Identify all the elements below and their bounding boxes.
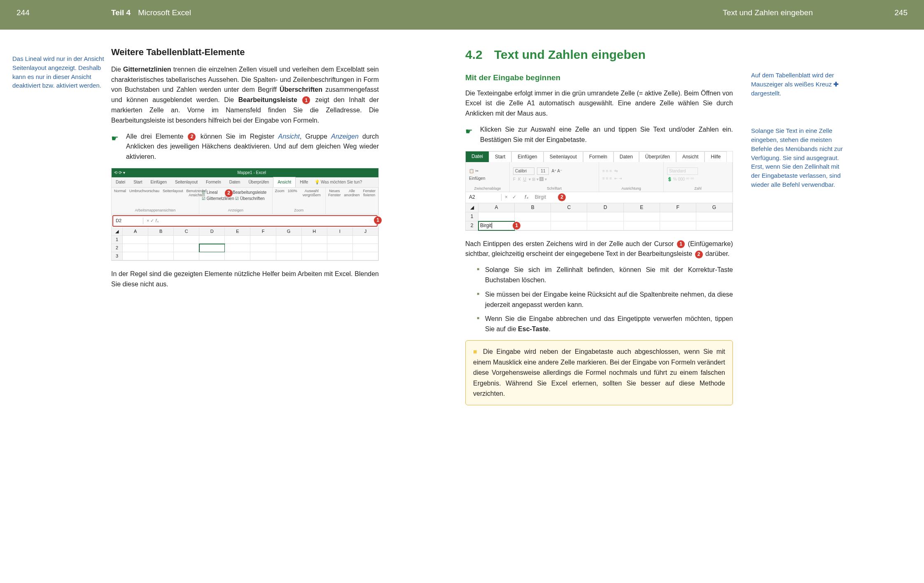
subheading: Weitere Tabellenblatt-Elemente (111, 46, 379, 59)
margin-note-right-1: Auf dem Tabellenblatt wird der Mauszeige… (751, 71, 844, 98)
ribbon-tabs: Datei Start Einfügen Seitenlayout Formel… (112, 177, 378, 188)
callout-1-img: 1 (513, 222, 520, 230)
section-heading: 4.2Text und Zahlen eingeben (465, 46, 733, 63)
margin-note-right-2: Solange Sie Text in eine Zelle eingeben,… (751, 126, 844, 189)
list-item: Sie müssen bei der Eingabe keine Rücksic… (477, 290, 733, 310)
warning-note: Die Eingabe wird neben der Eingabetaste … (465, 340, 733, 405)
callout-2: 2 (695, 251, 703, 258)
callout-1: 1 (677, 240, 685, 248)
cross-cursor-icon: ✚ (833, 80, 839, 89)
list-item: Solange Sie sich im Zellinhalt befinden,… (477, 265, 733, 286)
callout-1: 1 (302, 96, 310, 104)
callout-2-img: 2 (558, 193, 566, 201)
page-header: 244 Teil 4 Microsoft Excel Text und Zahl… (0, 0, 924, 30)
list-item: Wenn Sie die Eingabe abbrechen und das E… (477, 314, 733, 334)
callout-1-img: 1 (374, 216, 382, 224)
page-number-right: 245 (856, 7, 908, 19)
tip-block: ☛ Klicken Sie zur Auswahl eine Zelle an … (465, 125, 733, 145)
pointer-icon: ☛ (465, 125, 477, 145)
formula-bar: D2 × ✓ fₓ (112, 215, 378, 227)
pointer-icon: ☛ (111, 132, 123, 162)
callout-2: 2 (188, 133, 196, 141)
part-title: Microsoft Excel (138, 7, 191, 19)
excel-screenshot-ansicht: ⟲ ⟳ ▾ Mappe1 - Excel Datei Start Einfüge… (111, 168, 379, 261)
part-label: Teil 4 (111, 7, 131, 19)
paragraph: In der Regel sind die gezeigten Elemente… (111, 269, 379, 290)
paragraph: Die Texteingabe erfolgt immer in die grü… (465, 88, 733, 119)
paragraph: Die Gitternetzlinien trennen die einzeln… (111, 65, 379, 126)
bullet-list: Solange Sie sich im Zellinhalt befinden,… (477, 265, 733, 334)
page-number-left: 244 (16, 7, 68, 19)
tip-block: ☛ Alle drei Elemente 2 können Sie im Reg… (111, 132, 379, 162)
paragraph: Nach Eintippen des ersten Zeichens wird … (465, 239, 733, 260)
chapter-title-right: Text und Zahlen eingeben (723, 7, 813, 19)
margin-note-left: Das Lineal wird nur in der Ansicht Seite… (12, 54, 105, 90)
subheading: Mit der Eingabe beginnen (465, 72, 733, 84)
excel-screenshot-eingabe: Datei Start Einfügen Seitenlayout Formel… (465, 151, 733, 231)
